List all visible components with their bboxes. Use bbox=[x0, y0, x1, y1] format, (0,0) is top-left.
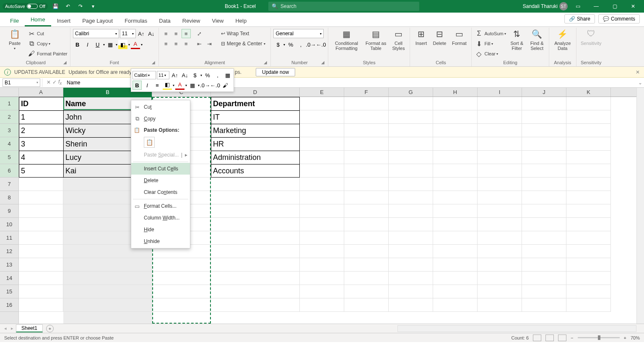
row-header[interactable]: 12 bbox=[0, 245, 18, 258]
cell[interactable] bbox=[566, 258, 611, 272]
cell[interactable] bbox=[433, 258, 478, 272]
cell[interactable] bbox=[389, 231, 433, 245]
mini-bold-button[interactable]: B bbox=[132, 81, 142, 90]
mini-decrease-font-icon[interactable]: A↓ bbox=[180, 71, 190, 80]
enter-formula-icon[interactable]: ✓ bbox=[52, 79, 57, 85]
cell[interactable] bbox=[478, 137, 522, 151]
cell[interactable]: 2 bbox=[19, 124, 63, 137]
cell[interactable]: Administration bbox=[211, 151, 300, 164]
cell[interactable] bbox=[19, 285, 63, 298]
tab-formulas[interactable]: Formulas bbox=[119, 15, 153, 26]
cell[interactable] bbox=[433, 97, 478, 110]
mini-size-combo[interactable]: 11▾ bbox=[157, 71, 169, 79]
cell[interactable]: 1 bbox=[19, 110, 63, 124]
cell[interactable] bbox=[211, 178, 300, 191]
ctx-cut[interactable]: ✂Cut bbox=[131, 101, 190, 113]
mini-italic-button[interactable]: I bbox=[143, 81, 152, 90]
ctx-column-width[interactable]: Column Width... bbox=[131, 212, 190, 224]
cell[interactable] bbox=[522, 258, 566, 272]
cell[interactable] bbox=[63, 272, 152, 285]
cell[interactable] bbox=[300, 137, 344, 151]
ctx-delete[interactable]: Delete bbox=[131, 175, 190, 186]
cell[interactable] bbox=[211, 272, 300, 285]
cell[interactable] bbox=[389, 285, 433, 298]
cell[interactable] bbox=[344, 285, 389, 298]
cell[interactable] bbox=[522, 218, 566, 231]
increase-font-icon[interactable]: A↑ bbox=[137, 29, 146, 38]
cell[interactable] bbox=[300, 178, 344, 191]
cell[interactable] bbox=[433, 204, 478, 218]
redo-icon[interactable]: ↷ bbox=[75, 1, 86, 11]
maximize-icon[interactable]: ▢ bbox=[606, 0, 623, 13]
cell[interactable] bbox=[566, 285, 611, 298]
cell[interactable] bbox=[478, 285, 522, 298]
cell[interactable] bbox=[389, 124, 433, 137]
align-center-icon[interactable]: ≡ bbox=[171, 39, 181, 48]
cell[interactable] bbox=[566, 298, 611, 312]
cell[interactable] bbox=[344, 97, 389, 110]
sheet-tab[interactable]: Sheet1 bbox=[16, 324, 43, 332]
cell-styles-button[interactable]: ▭Cell Styles bbox=[390, 29, 407, 51]
wrap-text-button[interactable]: ↩Wrap Text bbox=[218, 29, 268, 38]
tab-file[interactable]: File bbox=[4, 15, 25, 26]
cell[interactable] bbox=[300, 245, 344, 258]
conditional-formatting-button[interactable]: ▦Conditional Formatting bbox=[331, 29, 362, 51]
cell[interactable] bbox=[433, 191, 478, 204]
paste-option-default[interactable]: 📋 bbox=[144, 137, 155, 148]
comments-button[interactable]: 💬 Comments bbox=[598, 14, 640, 24]
decrease-font-icon[interactable]: A↓ bbox=[147, 29, 156, 38]
page-break-view-icon[interactable] bbox=[558, 335, 566, 341]
ctx-unhide[interactable]: Unhide bbox=[131, 235, 190, 247]
mini-borders-icon[interactable]: ▦ bbox=[188, 81, 197, 90]
cell[interactable] bbox=[566, 191, 611, 204]
align-middle-icon[interactable]: ≡ bbox=[171, 29, 181, 38]
cell[interactable] bbox=[389, 164, 433, 178]
cells-area[interactable]: IDNameDepartment1JohnIT2WickyMarketing3S… bbox=[19, 97, 636, 324]
mini-currency-icon[interactable]: $ bbox=[190, 71, 200, 80]
cell[interactable] bbox=[478, 258, 522, 272]
row-header[interactable]: 13 bbox=[0, 258, 18, 272]
add-sheet-button[interactable]: + bbox=[46, 325, 54, 332]
cell[interactable] bbox=[389, 178, 433, 191]
cell[interactable] bbox=[300, 204, 344, 218]
cell[interactable] bbox=[211, 204, 300, 218]
cell[interactable] bbox=[478, 110, 522, 124]
row-header[interactable]: 8 bbox=[0, 191, 18, 204]
cell[interactable] bbox=[478, 164, 522, 178]
search-box[interactable]: 🔍 Search bbox=[268, 2, 419, 11]
share-button[interactable]: 🔗 Share bbox=[564, 14, 595, 24]
cell[interactable] bbox=[389, 151, 433, 164]
cell[interactable] bbox=[433, 110, 478, 124]
cell[interactable]: Marketing bbox=[211, 124, 300, 137]
row-header[interactable]: 3 bbox=[0, 124, 18, 137]
tab-view[interactable]: View bbox=[206, 15, 229, 26]
mini-font-combo[interactable]: Calibri▾ bbox=[132, 71, 156, 79]
cell[interactable] bbox=[19, 204, 63, 218]
cell[interactable] bbox=[300, 97, 344, 110]
cell[interactable] bbox=[211, 245, 300, 258]
percent-icon[interactable]: % bbox=[286, 40, 295, 49]
cell[interactable] bbox=[566, 178, 611, 191]
vertical-scrollbar[interactable] bbox=[636, 88, 644, 324]
tab-data[interactable]: Data bbox=[153, 15, 176, 26]
cell[interactable] bbox=[389, 191, 433, 204]
cell[interactable] bbox=[433, 231, 478, 245]
cell[interactable] bbox=[522, 298, 566, 312]
column-header[interactable]: I bbox=[478, 88, 522, 97]
cell[interactable] bbox=[522, 97, 566, 110]
column-header[interactable]: A bbox=[19, 88, 63, 97]
cell[interactable] bbox=[478, 272, 522, 285]
increase-decimal-icon[interactable]: .0→ bbox=[306, 40, 315, 49]
delete-cells-button[interactable]: ⊟Delete bbox=[431, 29, 448, 46]
font-name-combo[interactable]: Calibri▾ bbox=[73, 29, 119, 38]
analyze-data-button[interactable]: ⚡Analyze Data bbox=[552, 29, 574, 51]
column-header[interactable]: F bbox=[344, 88, 389, 97]
cell[interactable] bbox=[566, 97, 611, 110]
decrease-indent-icon[interactable]: ⇤ bbox=[195, 39, 204, 48]
cell[interactable] bbox=[300, 110, 344, 124]
cell[interactable] bbox=[152, 285, 211, 298]
cell[interactable] bbox=[389, 272, 433, 285]
cell[interactable] bbox=[478, 151, 522, 164]
select-all-corner[interactable] bbox=[0, 88, 19, 97]
user-avatar[interactable]: ST bbox=[559, 2, 568, 10]
